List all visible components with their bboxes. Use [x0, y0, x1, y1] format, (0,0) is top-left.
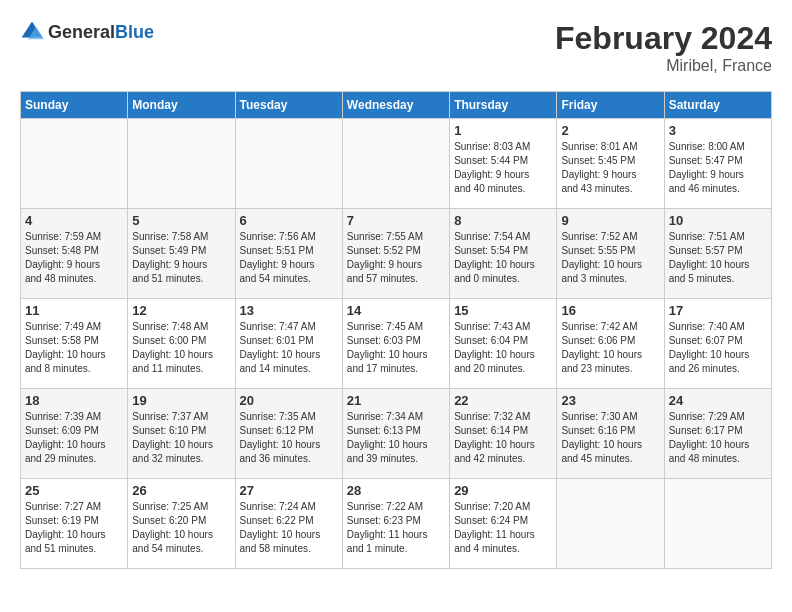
day-info: Sunrise: 7:25 AM Sunset: 6:20 PM Dayligh… [132, 500, 230, 556]
calendar-cell: 15Sunrise: 7:43 AM Sunset: 6:04 PM Dayli… [450, 299, 557, 389]
calendar-week-row: 18Sunrise: 7:39 AM Sunset: 6:09 PM Dayli… [21, 389, 772, 479]
weekday-header: Sunday [21, 92, 128, 119]
calendar-body: 1Sunrise: 8:03 AM Sunset: 5:44 PM Daylig… [21, 119, 772, 569]
day-info: Sunrise: 7:45 AM Sunset: 6:03 PM Dayligh… [347, 320, 445, 376]
weekday-header: Wednesday [342, 92, 449, 119]
calendar-cell [128, 119, 235, 209]
calendar-cell: 12Sunrise: 7:48 AM Sunset: 6:00 PM Dayli… [128, 299, 235, 389]
calendar-cell: 14Sunrise: 7:45 AM Sunset: 6:03 PM Dayli… [342, 299, 449, 389]
day-number: 22 [454, 393, 552, 408]
calendar-cell: 21Sunrise: 7:34 AM Sunset: 6:13 PM Dayli… [342, 389, 449, 479]
day-number: 18 [25, 393, 123, 408]
day-number: 10 [669, 213, 767, 228]
calendar-week-row: 11Sunrise: 7:49 AM Sunset: 5:58 PM Dayli… [21, 299, 772, 389]
day-number: 9 [561, 213, 659, 228]
day-number: 25 [25, 483, 123, 498]
calendar-cell [235, 119, 342, 209]
day-number: 14 [347, 303, 445, 318]
calendar-cell: 2Sunrise: 8:01 AM Sunset: 5:45 PM Daylig… [557, 119, 664, 209]
day-info: Sunrise: 8:01 AM Sunset: 5:45 PM Dayligh… [561, 140, 659, 196]
day-number: 28 [347, 483, 445, 498]
calendar-cell: 17Sunrise: 7:40 AM Sunset: 6:07 PM Dayli… [664, 299, 771, 389]
calendar-cell: 19Sunrise: 7:37 AM Sunset: 6:10 PM Dayli… [128, 389, 235, 479]
day-number: 1 [454, 123, 552, 138]
calendar-cell: 11Sunrise: 7:49 AM Sunset: 5:58 PM Dayli… [21, 299, 128, 389]
day-number: 20 [240, 393, 338, 408]
day-info: Sunrise: 7:59 AM Sunset: 5:48 PM Dayligh… [25, 230, 123, 286]
calendar-cell: 28Sunrise: 7:22 AM Sunset: 6:23 PM Dayli… [342, 479, 449, 569]
calendar-cell [557, 479, 664, 569]
calendar-cell: 24Sunrise: 7:29 AM Sunset: 6:17 PM Dayli… [664, 389, 771, 479]
day-number: 16 [561, 303, 659, 318]
calendar-cell: 16Sunrise: 7:42 AM Sunset: 6:06 PM Dayli… [557, 299, 664, 389]
day-info: Sunrise: 7:22 AM Sunset: 6:23 PM Dayligh… [347, 500, 445, 556]
calendar-cell: 27Sunrise: 7:24 AM Sunset: 6:22 PM Dayli… [235, 479, 342, 569]
day-info: Sunrise: 7:47 AM Sunset: 6:01 PM Dayligh… [240, 320, 338, 376]
calendar-week-row: 25Sunrise: 7:27 AM Sunset: 6:19 PM Dayli… [21, 479, 772, 569]
calendar-cell: 26Sunrise: 7:25 AM Sunset: 6:20 PM Dayli… [128, 479, 235, 569]
day-number: 4 [25, 213, 123, 228]
day-number: 21 [347, 393, 445, 408]
day-number: 12 [132, 303, 230, 318]
day-info: Sunrise: 7:52 AM Sunset: 5:55 PM Dayligh… [561, 230, 659, 286]
day-number: 13 [240, 303, 338, 318]
day-number: 29 [454, 483, 552, 498]
day-info: Sunrise: 7:32 AM Sunset: 6:14 PM Dayligh… [454, 410, 552, 466]
day-number: 11 [25, 303, 123, 318]
day-info: Sunrise: 7:49 AM Sunset: 5:58 PM Dayligh… [25, 320, 123, 376]
day-info: Sunrise: 7:55 AM Sunset: 5:52 PM Dayligh… [347, 230, 445, 286]
calendar-cell: 5Sunrise: 7:58 AM Sunset: 5:49 PM Daylig… [128, 209, 235, 299]
weekday-header: Friday [557, 92, 664, 119]
calendar-cell [342, 119, 449, 209]
day-info: Sunrise: 7:24 AM Sunset: 6:22 PM Dayligh… [240, 500, 338, 556]
day-number: 24 [669, 393, 767, 408]
day-info: Sunrise: 7:35 AM Sunset: 6:12 PM Dayligh… [240, 410, 338, 466]
weekday-header: Monday [128, 92, 235, 119]
day-info: Sunrise: 7:29 AM Sunset: 6:17 PM Dayligh… [669, 410, 767, 466]
calendar-header-row: SundayMondayTuesdayWednesdayThursdayFrid… [21, 92, 772, 119]
calendar-cell: 25Sunrise: 7:27 AM Sunset: 6:19 PM Dayli… [21, 479, 128, 569]
day-info: Sunrise: 7:56 AM Sunset: 5:51 PM Dayligh… [240, 230, 338, 286]
weekday-header: Tuesday [235, 92, 342, 119]
calendar-cell: 1Sunrise: 8:03 AM Sunset: 5:44 PM Daylig… [450, 119, 557, 209]
month-title: February 2024 [555, 20, 772, 57]
day-number: 26 [132, 483, 230, 498]
calendar-cell: 4Sunrise: 7:59 AM Sunset: 5:48 PM Daylig… [21, 209, 128, 299]
calendar-cell: 7Sunrise: 7:55 AM Sunset: 5:52 PM Daylig… [342, 209, 449, 299]
day-info: Sunrise: 7:58 AM Sunset: 5:49 PM Dayligh… [132, 230, 230, 286]
logo-general-text: General [48, 22, 115, 42]
weekday-header: Thursday [450, 92, 557, 119]
day-info: Sunrise: 7:20 AM Sunset: 6:24 PM Dayligh… [454, 500, 552, 556]
calendar-cell: 8Sunrise: 7:54 AM Sunset: 5:54 PM Daylig… [450, 209, 557, 299]
calendar-cell: 10Sunrise: 7:51 AM Sunset: 5:57 PM Dayli… [664, 209, 771, 299]
day-info: Sunrise: 7:54 AM Sunset: 5:54 PM Dayligh… [454, 230, 552, 286]
day-number: 27 [240, 483, 338, 498]
day-number: 6 [240, 213, 338, 228]
day-number: 23 [561, 393, 659, 408]
calendar-cell: 6Sunrise: 7:56 AM Sunset: 5:51 PM Daylig… [235, 209, 342, 299]
day-info: Sunrise: 7:42 AM Sunset: 6:06 PM Dayligh… [561, 320, 659, 376]
page-header: GeneralBlue February 2024 Miribel, Franc… [20, 20, 772, 75]
calendar-cell: 23Sunrise: 7:30 AM Sunset: 6:16 PM Dayli… [557, 389, 664, 479]
calendar-table: SundayMondayTuesdayWednesdayThursdayFrid… [20, 91, 772, 569]
calendar-cell: 29Sunrise: 7:20 AM Sunset: 6:24 PM Dayli… [450, 479, 557, 569]
day-info: Sunrise: 7:39 AM Sunset: 6:09 PM Dayligh… [25, 410, 123, 466]
title-block: February 2024 Miribel, France [555, 20, 772, 75]
day-number: 19 [132, 393, 230, 408]
day-info: Sunrise: 7:48 AM Sunset: 6:00 PM Dayligh… [132, 320, 230, 376]
day-info: Sunrise: 7:51 AM Sunset: 5:57 PM Dayligh… [669, 230, 767, 286]
day-number: 15 [454, 303, 552, 318]
day-number: 5 [132, 213, 230, 228]
day-info: Sunrise: 7:27 AM Sunset: 6:19 PM Dayligh… [25, 500, 123, 556]
day-number: 17 [669, 303, 767, 318]
logo: GeneralBlue [20, 20, 154, 44]
day-info: Sunrise: 7:40 AM Sunset: 6:07 PM Dayligh… [669, 320, 767, 376]
logo-blue-text: Blue [115, 22, 154, 42]
day-info: Sunrise: 7:30 AM Sunset: 6:16 PM Dayligh… [561, 410, 659, 466]
calendar-cell: 22Sunrise: 7:32 AM Sunset: 6:14 PM Dayli… [450, 389, 557, 479]
calendar-cell: 18Sunrise: 7:39 AM Sunset: 6:09 PM Dayli… [21, 389, 128, 479]
calendar-cell: 20Sunrise: 7:35 AM Sunset: 6:12 PM Dayli… [235, 389, 342, 479]
day-info: Sunrise: 7:34 AM Sunset: 6:13 PM Dayligh… [347, 410, 445, 466]
calendar-cell: 3Sunrise: 8:00 AM Sunset: 5:47 PM Daylig… [664, 119, 771, 209]
day-number: 7 [347, 213, 445, 228]
